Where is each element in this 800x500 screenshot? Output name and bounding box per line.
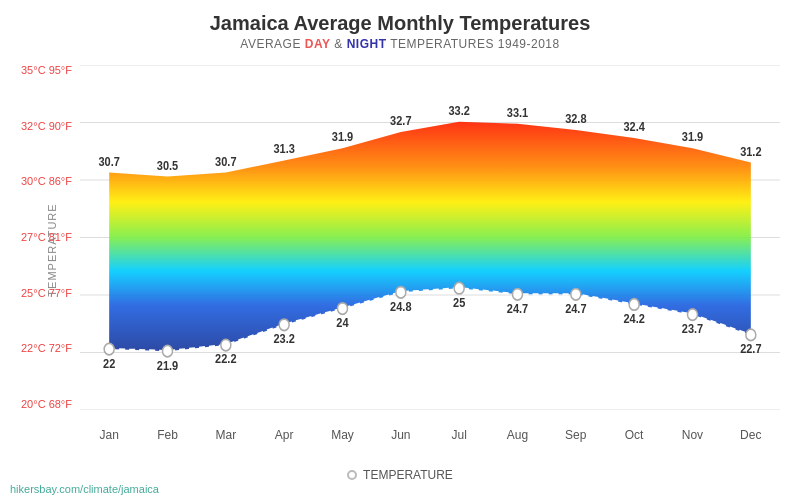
svg-text:24.7: 24.7 [507,301,529,316]
svg-text:24: 24 [336,315,349,330]
svg-point-35 [338,303,348,315]
legend-dot [347,470,357,480]
svg-point-32 [163,345,173,357]
y-axis-labels: 35°C 95°F 32°C 90°F 30°C 86°F 27°C 81°F … [0,65,78,410]
x-label-nov: Nov [663,428,721,442]
legend-label: TEMPERATURE [363,468,453,482]
svg-text:21.9: 21.9 [157,358,179,373]
x-label-feb: Feb [138,428,196,442]
y-label-6: 20°C 68°F [21,399,72,410]
svg-point-41 [688,309,698,321]
x-label-jul: Jul [430,428,488,442]
y-label-4: 25°C 77°F [21,288,72,299]
svg-text:32.8: 32.8 [565,111,587,126]
svg-text:32.4: 32.4 [623,119,645,134]
svg-text:32.7: 32.7 [390,113,412,128]
svg-text:33.1: 33.1 [507,105,529,120]
y-label-1: 32°C 90°F [21,121,72,132]
x-label-mar: Mar [197,428,255,442]
svg-point-38 [513,289,523,301]
x-label-jun: Jun [372,428,430,442]
svg-text:33.2: 33.2 [448,103,470,118]
svg-point-36 [396,287,406,299]
svg-text:22: 22 [103,356,116,371]
svg-text:23.7: 23.7 [682,321,704,336]
svg-point-34 [279,319,289,331]
main-svg-chart: 30.730.530.731.331.932.733.233.132.832.4… [80,65,780,410]
svg-text:30.5: 30.5 [157,158,179,173]
chart-title: Jamaica Average Monthly Temperatures [0,0,800,35]
svg-text:24.2: 24.2 [623,311,645,326]
x-label-oct: Oct [605,428,663,442]
svg-point-31 [104,343,114,355]
svg-point-40 [629,299,639,311]
svg-text:31.9: 31.9 [332,130,354,145]
x-axis-labels: Jan Feb Mar Apr May Jun Jul Aug Sep Oct … [80,428,780,442]
svg-text:22.7: 22.7 [740,342,762,357]
x-label-sep: Sep [547,428,605,442]
svg-text:31.3: 31.3 [273,142,295,157]
x-label-may: May [313,428,371,442]
y-label-3: 27°C 81°F [21,232,72,243]
svg-text:31.9: 31.9 [682,130,704,145]
x-label-jan: Jan [80,428,138,442]
x-label-aug: Aug [488,428,546,442]
watermark: hikersbay.com/climate/jamaica [10,483,159,495]
x-label-apr: Apr [255,428,313,442]
svg-text:24.8: 24.8 [390,299,412,314]
svg-text:25: 25 [453,295,466,310]
svg-point-33 [221,339,231,351]
svg-text:24.7: 24.7 [565,301,587,316]
svg-text:22.2: 22.2 [215,352,237,367]
y-label-0: 35°C 95°F [21,65,72,76]
chart-legend: TEMPERATURE [0,468,800,482]
x-label-dec: Dec [722,428,780,442]
chart-container: Jamaica Average Monthly Temperatures AVE… [0,0,800,500]
y-label-5: 22°C 72°F [21,343,72,354]
svg-point-42 [746,329,756,341]
svg-point-39 [571,289,581,301]
chart-subtitle: AVERAGE DAY & NIGHT TEMPERATURES 1949-20… [0,37,800,51]
svg-text:30.7: 30.7 [98,154,120,169]
svg-text:30.7: 30.7 [215,154,237,169]
svg-text:23.2: 23.2 [273,331,295,346]
svg-point-37 [454,282,464,294]
svg-text:31.2: 31.2 [740,144,762,159]
y-label-2: 30°C 86°F [21,176,72,187]
